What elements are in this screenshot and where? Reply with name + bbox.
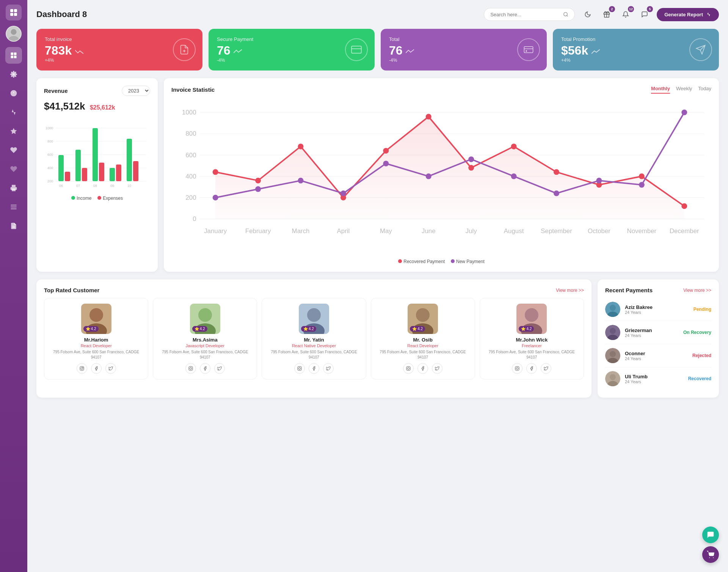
stat-value-payment: 76 (217, 44, 366, 58)
instagram-btn-0[interactable] (77, 363, 87, 374)
customer-card-4: ⭐ 4.2 Mr.John Wick Freelancer 795 Folsom… (480, 298, 584, 379)
customers-view-more[interactable]: View more >> (556, 288, 584, 293)
sidebar-item-favorites[interactable] (5, 123, 22, 139)
instagram-btn-3[interactable] (403, 363, 414, 374)
svg-point-123 (408, 368, 410, 370)
gift-btn[interactable]: 2 (600, 8, 613, 21)
sidebar-item-info[interactable] (5, 85, 22, 102)
payment-avatar-1 (605, 325, 620, 340)
sidebar-item-print[interactable] (5, 180, 22, 196)
svg-text:June: June (422, 227, 436, 235)
instagram-btn-4[interactable] (512, 363, 522, 374)
theme-toggle-btn[interactable] (581, 8, 595, 21)
payment-item-2: Oconner 24 Years Rejected (605, 344, 711, 367)
payment-avatar-0 (605, 302, 620, 317)
tab-monthly[interactable]: Monthly (651, 86, 670, 94)
svg-rect-106 (80, 367, 84, 370)
svg-text:800: 800 (185, 130, 196, 137)
stat-value-total: 76 (389, 44, 538, 58)
svg-text:09: 09 (110, 184, 114, 188)
svg-text:August: August (504, 227, 524, 235)
payment-name-1: Griezerman (625, 328, 679, 333)
sidebar-item-reports[interactable] (5, 218, 22, 234)
svg-rect-49 (133, 161, 138, 181)
sidebar-item-analytics[interactable] (5, 104, 22, 121)
svg-text:10: 10 (127, 184, 131, 188)
cart-float-btn[interactable] (702, 546, 719, 563)
svg-point-74 (511, 144, 517, 149)
facebook-btn-0[interactable] (91, 363, 102, 374)
sidebar-logo[interactable] (6, 5, 22, 20)
support-float-btn[interactable] (702, 527, 719, 543)
payment-item-0: Aziz Bakree 24 Years Pending (605, 298, 711, 321)
customer-role-3: React Developer (375, 343, 471, 348)
sidebar-item-heart[interactable] (5, 142, 22, 158)
svg-text:400: 400 (185, 173, 196, 180)
facebook-btn-4[interactable] (526, 363, 537, 374)
svg-point-82 (340, 191, 346, 196)
svg-text:February: February (245, 227, 271, 235)
instagram-btn-2[interactable] (294, 363, 305, 374)
svg-line-21 (567, 16, 568, 17)
customer-role-2: React Native Developer (266, 343, 362, 348)
line-chart-container: 1000 800 600 400 200 0 (171, 98, 711, 264)
svg-point-85 (468, 157, 474, 162)
tab-today[interactable]: Today (698, 86, 711, 94)
svg-point-130 (610, 305, 616, 311)
svg-point-133 (610, 328, 616, 334)
svg-point-107 (81, 368, 83, 370)
sidebar-item-menu[interactable] (5, 199, 22, 215)
sidebar-item-dashboard[interactable] (5, 47, 22, 64)
customer-address-0: 795 Folsom Ave, Suite 600 San Francisco,… (48, 349, 144, 360)
payments-view-more[interactable]: View more >> (683, 288, 711, 293)
bell-btn[interactable]: 12 (619, 8, 632, 21)
twitter-btn-3[interactable] (432, 363, 442, 374)
svg-text:1000: 1000 (46, 126, 53, 130)
search-bar[interactable] (484, 8, 575, 21)
invoice-statistic-card: Invoice Statistic Monthly Weekly Today (164, 78, 719, 272)
header-icons: 2 12 5 Generate Report (581, 8, 719, 21)
sidebar-item-saved[interactable] (5, 161, 22, 177)
facebook-btn-3[interactable] (417, 363, 428, 374)
invoice-header: Invoice Statistic Monthly Weekly Today (171, 86, 711, 94)
customer-role-0: React Developer (48, 343, 144, 348)
trend2-icon (406, 49, 414, 55)
page-title: Dashboard 8 (36, 9, 478, 19)
customer-name-1: Mrs.Asima (157, 337, 253, 343)
facebook-btn-2[interactable] (309, 363, 319, 374)
sidebar-item-settings[interactable] (5, 66, 22, 83)
customer-img-3: ⭐ 4.2 (408, 304, 438, 334)
instagram-btn-1[interactable] (185, 363, 196, 374)
generate-report-button[interactable]: Generate Report (657, 8, 719, 21)
svg-text:600: 600 (47, 153, 53, 157)
svg-text:600: 600 (185, 152, 196, 159)
twitter-btn-0[interactable] (105, 363, 116, 374)
payment-info-0: Aziz Bakree 24 Years (625, 304, 689, 315)
twitter-btn-4[interactable] (541, 363, 551, 374)
twitter-btn-1[interactable] (214, 363, 225, 374)
svg-point-20 (564, 13, 568, 16)
bottom-row: Top Rated Customer View more >> ⭐ 4.2 Mr… (36, 279, 719, 398)
stat-change-payment: -4% (217, 58, 366, 63)
year-select[interactable]: 202320222021 (122, 86, 150, 96)
svg-point-80 (255, 186, 261, 192)
tab-weekly[interactable]: Weekly (676, 86, 692, 94)
svg-rect-14 (12, 189, 16, 191)
payments-header: Recent Payments View more >> (605, 287, 711, 293)
payment-name-3: Uli Trumb (625, 374, 684, 379)
moon-icon (584, 11, 591, 18)
chat-btn[interactable]: 5 (638, 8, 651, 21)
stat-card-promo: Total Promotion $56k +4% (553, 29, 719, 71)
revenue-header: Revenue 202320222021 (44, 86, 150, 96)
twitter-btn-2[interactable] (323, 363, 334, 374)
chart-tabs: Monthly Weekly Today (651, 86, 711, 94)
search-input[interactable] (490, 12, 560, 17)
customer-name-2: Mr. Yatin (266, 337, 362, 343)
customer-address-4: 795 Folsom Ave, Suite 600 San Francisco,… (484, 349, 580, 360)
svg-point-90 (681, 110, 687, 115)
svg-point-88 (596, 178, 602, 183)
facebook-btn-1[interactable] (200, 363, 210, 374)
stat-value-invoice: 783k (45, 44, 194, 58)
user-avatar[interactable] (6, 26, 22, 42)
customer-address-2: 795 Folsom Ave, Suite 600 San Francisco,… (266, 349, 362, 360)
